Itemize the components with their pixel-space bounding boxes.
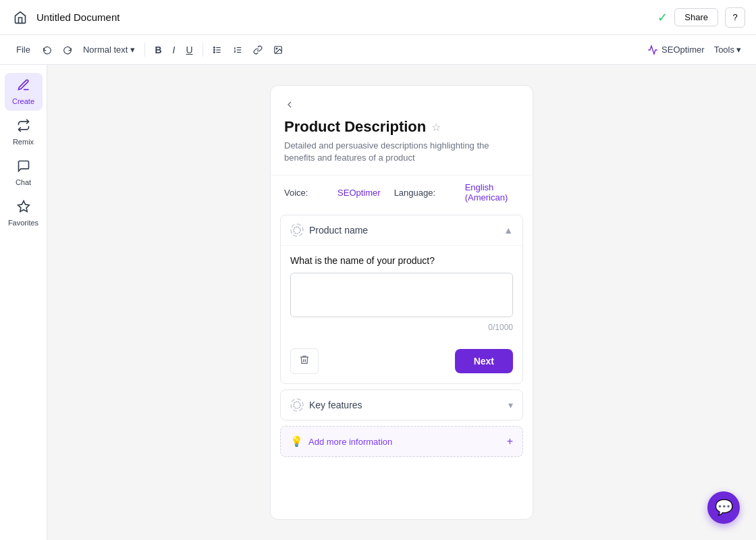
- language-label: Language:: [394, 188, 435, 198]
- header-right: ✓ Share ?: [657, 7, 745, 28]
- plus-icon: +: [507, 435, 513, 448]
- check-icon: ✓: [657, 10, 668, 25]
- add-more-section: 💡 Add more information +: [280, 426, 523, 457]
- section-header-left: Product name: [290, 223, 368, 237]
- product-name-section: Product name ▲ What is the name of your …: [280, 215, 523, 384]
- product-name-title: Product name: [309, 225, 368, 236]
- help-button[interactable]: ?: [725, 7, 745, 28]
- header: Untitled Document ✓ Share ?: [0, 0, 756, 35]
- document-title: Untitled Document: [36, 11, 119, 23]
- product-name-header[interactable]: Product name ▲: [281, 215, 522, 246]
- text-style-value: Normal text: [83, 45, 128, 55]
- star-icon[interactable]: ☆: [431, 121, 441, 134]
- add-more-label: Add more information: [308, 437, 392, 447]
- product-name-expanded: Product name ▲ What is the name of your …: [280, 215, 523, 384]
- svg-point-12: [294, 227, 300, 234]
- card-title: Product Description: [284, 118, 426, 136]
- sidebar-chat-label: Chat: [16, 178, 31, 186]
- card-description: Detailed and persuasive descriptions hig…: [284, 140, 519, 164]
- link-button[interactable]: [249, 43, 267, 57]
- home-icon[interactable]: [11, 8, 30, 27]
- svg-point-3: [213, 47, 215, 48]
- sidebar-create-label: Create: [12, 97, 34, 105]
- add-more-left: 💡 Add more information: [290, 435, 392, 448]
- add-more-button[interactable]: 💡 Add more information +: [280, 426, 523, 457]
- sidebar-remix-label: Remix: [13, 138, 34, 146]
- card-meta: Voice: SEOptimer Language: English (Amer…: [271, 175, 533, 209]
- section-actions: Next: [281, 342, 522, 383]
- back-button[interactable]: [284, 99, 295, 113]
- seoptimer-label: SEOptimer: [647, 45, 705, 55]
- step-icon-features: [290, 398, 304, 412]
- svg-point-10: [276, 48, 277, 49]
- card: Product Description ☆ Detailed and persu…: [270, 85, 533, 520]
- italic-button[interactable]: I: [169, 42, 180, 58]
- card-header: Product Description ☆ Detailed and persu…: [271, 86, 533, 175]
- toolbar-divider-1: [144, 43, 145, 57]
- sidebar-item-remix[interactable]: Remix: [5, 113, 43, 151]
- sidebar-item-chat[interactable]: Chat: [5, 154, 43, 192]
- header-left: Untitled Document: [11, 8, 119, 27]
- key-features-header[interactable]: Key features ▾: [280, 389, 523, 421]
- chevron-down-icon: ▾: [508, 400, 513, 410]
- card-title-row: Product Description ☆: [284, 118, 519, 136]
- bold-button[interactable]: B: [151, 42, 165, 58]
- file-menu[interactable]: File: [11, 42, 36, 57]
- undo-button[interactable]: [38, 43, 56, 57]
- text-style-dropdown[interactable]: Normal text ▾: [79, 42, 139, 57]
- key-features-section: Key features ▾: [280, 389, 523, 421]
- sidebar-item-create[interactable]: Create: [5, 73, 43, 111]
- language-value[interactable]: English (American): [465, 182, 519, 202]
- create-icon: [17, 78, 30, 95]
- remix-icon: [17, 119, 30, 136]
- delete-button[interactable]: [290, 348, 319, 374]
- chevron-up-icon: ▲: [504, 225, 513, 236]
- underline-button[interactable]: U: [182, 42, 196, 58]
- toolbar-left: File Normal text ▾ B I U: [11, 42, 287, 58]
- chat-icon: [17, 159, 30, 176]
- chat-bubble-button[interactable]: 💬: [707, 491, 740, 524]
- tools-dropdown[interactable]: Tools ▾: [710, 42, 745, 57]
- voice-value[interactable]: SEOptimer: [338, 188, 381, 198]
- toolbar: File Normal text ▾ B I U SEOpt: [0, 35, 756, 65]
- favorites-icon: [17, 200, 30, 217]
- sidebar-item-favorites[interactable]: Favorites: [5, 194, 43, 232]
- svg-point-4: [213, 49, 215, 51]
- toolbar-divider-2: [202, 43, 203, 57]
- step-icon-product: [290, 223, 304, 237]
- next-button[interactable]: Next: [455, 349, 513, 373]
- numbered-list-button[interactable]: [229, 43, 246, 57]
- key-features-title: Key features: [309, 400, 362, 410]
- content-area: + Product Description ☆ Detailed and per…: [47, 65, 756, 540]
- toolbar-right: SEOptimer Tools ▾: [647, 42, 745, 57]
- voice-label: Voice:: [284, 188, 308, 198]
- chevron-down-icon: ▾: [130, 45, 135, 55]
- share-button[interactable]: Share: [674, 8, 718, 26]
- section-body: What is the name of your product? 0/1000: [281, 246, 522, 342]
- bullet-list-button[interactable]: [209, 43, 226, 57]
- svg-point-13: [294, 402, 300, 408]
- char-count: 0/1000: [290, 323, 513, 332]
- svg-marker-11: [18, 201, 29, 212]
- product-name-question: What is the name of your product?: [290, 255, 513, 266]
- redo-button[interactable]: [59, 43, 76, 57]
- image-button[interactable]: [269, 43, 287, 57]
- main-layout: Create Remix Chat Favorites +: [0, 65, 756, 540]
- sidebar: Create Remix Chat Favorites: [0, 65, 47, 540]
- chevron-down-icon: ▾: [736, 45, 741, 55]
- svg-point-5: [213, 51, 215, 53]
- product-name-input[interactable]: [290, 273, 513, 317]
- lightbulb-icon: 💡: [290, 435, 303, 448]
- key-features-header-left: Key features: [290, 398, 362, 412]
- chat-bubble-icon: 💬: [715, 499, 733, 516]
- sidebar-favorites-label: Favorites: [8, 219, 38, 227]
